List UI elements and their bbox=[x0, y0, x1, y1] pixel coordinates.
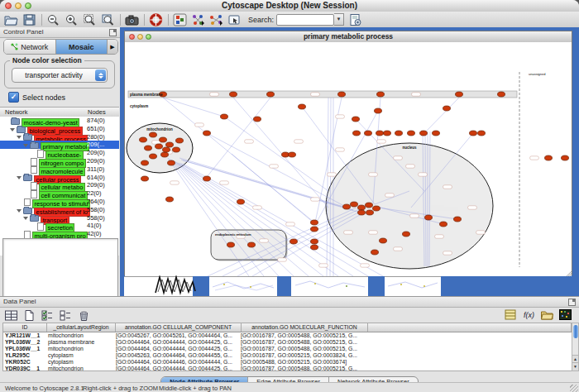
expand-triangle-icon[interactable] bbox=[17, 209, 22, 213]
import-attribute-file-icon[interactable] bbox=[540, 308, 554, 321]
tree-row[interactable]: transport558(0) bbox=[0, 214, 119, 222]
zoom-in-icon[interactable] bbox=[65, 13, 79, 26]
network-edge bbox=[179, 158, 347, 208]
attribute-table-icon[interactable] bbox=[4, 309, 18, 322]
resize-grip[interactable] bbox=[570, 385, 578, 392]
expand-triangle-icon[interactable] bbox=[17, 136, 22, 139]
folder-icon bbox=[11, 118, 20, 125]
network-node bbox=[377, 92, 385, 97]
table-column-header[interactable]: annotation.GO CELLULAR_COMPONENT bbox=[116, 323, 242, 332]
tree-row[interactable]: biological_process651(0) bbox=[0, 125, 119, 133]
unselect-attributes-icon[interactable] bbox=[59, 309, 73, 322]
network-window-titlebar[interactable]: primary metabolic process bbox=[125, 31, 572, 43]
network-edge bbox=[224, 117, 328, 191]
open-folder-icon[interactable] bbox=[4, 13, 18, 26]
network-canvas[interactable]: plasma membranecytoplasmmitochondrionnuc… bbox=[125, 42, 572, 276]
search-input[interactable] bbox=[276, 14, 334, 26]
delete-attribute-trash-icon[interactable] bbox=[77, 309, 91, 322]
tree-row[interactable]: cell communicat22(0) bbox=[0, 189, 119, 198]
table-row[interactable]: YPL036W__2plasma membrane[GO:0044464, GO… bbox=[3, 339, 572, 346]
expand-triangle-icon[interactable] bbox=[10, 128, 15, 131]
node-label-pill bbox=[468, 206, 477, 209]
tab-overflow-arrow[interactable]: ▶ bbox=[108, 40, 117, 54]
scroll-down-arrow[interactable]: ▼ bbox=[572, 362, 578, 370]
node-label-pill bbox=[443, 185, 452, 189]
node-color-dropdown[interactable]: transporter activity bbox=[12, 68, 108, 83]
expand-triangle-icon[interactable] bbox=[23, 217, 28, 220]
node-label-pill bbox=[253, 206, 262, 209]
select-attributes-icon[interactable] bbox=[41, 309, 55, 322]
folder-icon bbox=[30, 215, 39, 222]
network-node bbox=[267, 92, 275, 97]
data-panel-float-icon[interactable] bbox=[568, 299, 576, 306]
search-dropdown-arrow[interactable]: ▼ bbox=[334, 13, 344, 26]
expand-triangle-icon[interactable] bbox=[17, 176, 22, 179]
new-attribute-icon[interactable] bbox=[22, 309, 36, 322]
tree-row[interactable]: establishment of lo558(0) bbox=[0, 206, 119, 214]
table-row[interactable]: YPL036W__1mitochondrion[GO:0044464, GO:0… bbox=[3, 346, 572, 352]
tree-row[interactable]: primary metabol209(... bbox=[0, 141, 119, 149]
table-row[interactable]: YLR295Ccytoplasm[GO:0045263, GO:0044464,… bbox=[3, 352, 572, 359]
tree-row[interactable]: mosaic-demo-yeast874(0) bbox=[0, 117, 119, 125]
tab-network[interactable]: Network bbox=[4, 40, 56, 54]
expand-triangle-icon[interactable] bbox=[23, 144, 28, 147]
select-nodes-checkbox[interactable]: ✓ bbox=[8, 92, 19, 103]
table-scrollbar[interactable]: ▲ ▼ bbox=[572, 323, 579, 371]
zoom-fit-icon[interactable] bbox=[83, 13, 97, 26]
network-node bbox=[290, 239, 298, 244]
scrollbar-thumb[interactable] bbox=[573, 325, 578, 338]
attribute-table[interactable]: ID_cellularLayoutRegionannotation.GO CEL… bbox=[2, 323, 572, 371]
function-builder-icon[interactable]: f(x) bbox=[522, 308, 536, 321]
attribute-matrix-icon[interactable] bbox=[558, 308, 572, 321]
save-icon[interactable] bbox=[22, 13, 36, 26]
tree-row-count: 209(0) bbox=[87, 157, 105, 165]
import-attributes-icon[interactable] bbox=[348, 13, 362, 26]
zoom-selected-icon[interactable] bbox=[101, 13, 115, 26]
table-cell: mitochondrion bbox=[46, 332, 114, 339]
endoplasmic-reticulum-label: endoplasmic reticulum bbox=[215, 232, 251, 237]
tree-row[interactable]: cellular metabo209(0) bbox=[0, 181, 119, 189]
node-label-pill bbox=[319, 264, 328, 267]
table-column-header[interactable]: ID bbox=[3, 323, 47, 332]
tree-row-count: 209(... bbox=[87, 141, 104, 149]
table-cell bbox=[365, 352, 572, 359]
node-label-pill bbox=[377, 140, 386, 143]
table-column-header[interactable]: _cellularLayoutRegion bbox=[47, 323, 116, 332]
background-window-fragments[interactable] bbox=[120, 275, 579, 296]
help-lifering-icon[interactable] bbox=[149, 13, 163, 26]
tree-row[interactable]: multi-organism pro42(0) bbox=[0, 230, 119, 238]
tree-row[interactable]: nucleobase-209(0) bbox=[0, 149, 119, 157]
table-row[interactable]: YDR039C__1mitochondrion[GO:0044464, GO:0… bbox=[3, 366, 572, 371]
layout-attribute-icon[interactable] bbox=[191, 13, 205, 26]
network-node bbox=[299, 104, 306, 109]
vizmapper-icon[interactable] bbox=[173, 13, 187, 26]
attribute-list-icon[interactable] bbox=[504, 308, 518, 321]
layout-force-icon[interactable] bbox=[209, 13, 223, 26]
network-node bbox=[161, 152, 169, 157]
zoom-out-icon[interactable] bbox=[46, 13, 60, 26]
tree-row[interactable]: secretion41(0) bbox=[0, 222, 119, 230]
table-row[interactable]: YJR121W__1mitochondrion[GO:0045267, GO:0… bbox=[3, 332, 572, 339]
table-cell: cytoplasm bbox=[46, 352, 114, 359]
tree-row[interactable]: nitrogen compo209(0) bbox=[0, 157, 119, 165]
table-cell: [GO:0016787, GO:0005488, GO:0005215, G..… bbox=[239, 366, 365, 371]
background-network-scribbles bbox=[120, 275, 579, 296]
tree-row[interactable]: macromolecule311(0) bbox=[0, 165, 119, 174]
node-label-pill bbox=[410, 214, 419, 218]
tab-mosaic[interactable]: Mosaic bbox=[56, 40, 108, 54]
control-panel-float-icon[interactable] bbox=[109, 29, 117, 36]
tree-row[interactable]: cellular process614(0) bbox=[0, 174, 119, 182]
table-column-header[interactable]: annotation.GO MOLECULAR_FUNCTION bbox=[242, 323, 368, 332]
snapshot-camera-icon[interactable] bbox=[125, 13, 139, 26]
tree-row[interactable]: metabolic process280(0) bbox=[0, 133, 119, 141]
search-label: Search: bbox=[248, 16, 274, 24]
annotation-select-icon[interactable] bbox=[227, 13, 242, 26]
network-node bbox=[440, 222, 447, 227]
network-node bbox=[358, 205, 366, 210]
network-node bbox=[156, 144, 163, 149]
tree-row[interactable]: response to stimulu264(0) bbox=[0, 198, 119, 206]
table-row[interactable]: YKR052Ccytoplasm[GO:0044464, GO:0044446,… bbox=[3, 359, 572, 366]
table-column-header[interactable] bbox=[368, 323, 572, 332]
table-cell: [GO:0016787, GO:0005488, GO:0005215, G..… bbox=[239, 346, 365, 352]
table-cell bbox=[365, 346, 572, 352]
